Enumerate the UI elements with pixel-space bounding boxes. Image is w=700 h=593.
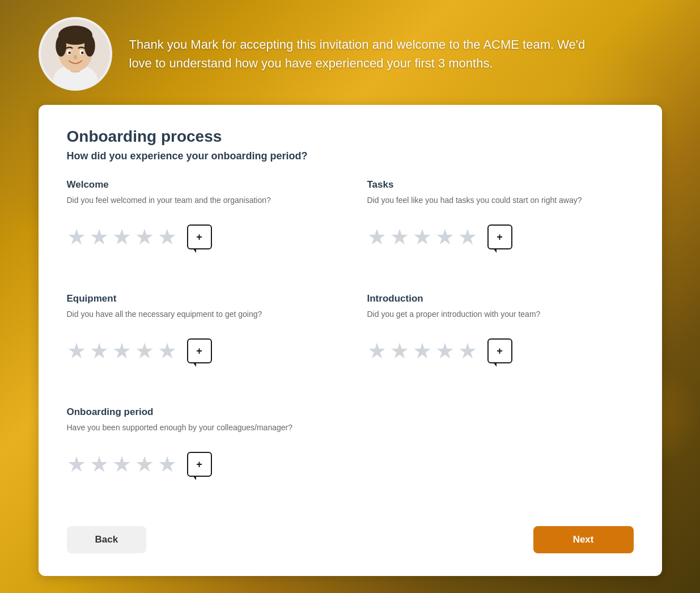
svg-point-6: [84, 35, 95, 57]
svg-point-11: [74, 55, 77, 60]
star-introduction-3[interactable]: ★: [413, 340, 432, 362]
page-container: Thank you Mark for accepting this invita…: [0, 0, 700, 593]
star-onboarding-3[interactable]: ★: [112, 454, 131, 475]
comment-plus-icon-onboarding: +: [196, 459, 202, 469]
star-welcome-4[interactable]: ★: [135, 226, 154, 248]
star-introduction-4[interactable]: ★: [435, 340, 455, 362]
question-onboarding-period: Onboarding period Have you been supporte…: [67, 406, 333, 503]
star-equipment-5[interactable]: ★: [158, 340, 177, 362]
next-button[interactable]: Next: [533, 526, 634, 553]
star-tasks-4[interactable]: ★: [435, 226, 455, 248]
star-onboarding-4[interactable]: ★: [135, 454, 154, 475]
question-onboarding-label: Onboarding period: [67, 406, 333, 418]
question-equipment-desc: Did you have all the necessary equipment…: [67, 309, 333, 331]
card-subtitle: How did you experience your onboarding p…: [67, 150, 634, 162]
svg-point-5: [56, 35, 66, 57]
star-welcome-1[interactable]: ★: [67, 226, 86, 248]
stars-equipment: ★ ★ ★ ★ ★: [67, 340, 177, 362]
star-tasks-3[interactable]: ★: [413, 226, 432, 248]
stars-introduction: ★ ★ ★ ★ ★: [367, 340, 477, 362]
star-onboarding-1[interactable]: ★: [67, 454, 86, 475]
star-introduction-1[interactable]: ★: [367, 340, 387, 362]
card-footer: Back Next: [67, 520, 634, 553]
comment-plus-icon-tasks: +: [497, 232, 503, 242]
questions-grid: Welcome Did you feel welcomed in your te…: [67, 179, 634, 503]
stars-row-equipment: ★ ★ ★ ★ ★ +: [67, 338, 333, 363]
stars-tasks: ★ ★ ★ ★ ★: [367, 226, 477, 248]
question-welcome: Welcome Did you feel welcomed in your te…: [67, 179, 333, 276]
svg-point-9: [68, 52, 71, 54]
star-introduction-5[interactable]: ★: [458, 340, 477, 362]
star-equipment-2[interactable]: ★: [90, 340, 109, 362]
star-equipment-4[interactable]: ★: [135, 340, 154, 362]
star-welcome-3[interactable]: ★: [112, 226, 131, 248]
svg-point-10: [80, 52, 83, 54]
question-tasks: Tasks Did you feel like you had tasks yo…: [367, 179, 634, 276]
question-tasks-desc: Did you feel like you had tasks you coul…: [367, 195, 634, 217]
comment-plus-icon-introduction: +: [497, 346, 503, 356]
question-tasks-label: Tasks: [367, 179, 634, 190]
question-equipment-label: Equipment: [67, 293, 333, 304]
question-introduction-desc: Did you get a proper introduction with y…: [367, 309, 634, 331]
comment-btn-onboarding[interactable]: +: [187, 452, 212, 477]
comment-plus-icon-welcome: +: [196, 232, 202, 242]
comment-btn-equipment[interactable]: +: [187, 338, 212, 363]
star-onboarding-5[interactable]: ★: [158, 454, 177, 475]
survey-card: Onboarding process How did you experienc…: [39, 105, 662, 576]
star-tasks-2[interactable]: ★: [390, 226, 409, 248]
star-equipment-1[interactable]: ★: [67, 340, 86, 362]
star-equipment-3[interactable]: ★: [112, 340, 131, 362]
comment-btn-tasks[interactable]: +: [487, 225, 512, 249]
question-equipment: Equipment Did you have all the necessary…: [67, 293, 333, 390]
question-introduction-label: Introduction: [367, 293, 634, 304]
star-welcome-5[interactable]: ★: [158, 226, 177, 248]
stars-welcome: ★ ★ ★ ★ ★: [67, 226, 177, 248]
card-title: Onboarding process: [67, 128, 634, 146]
question-welcome-desc: Did you feel welcomed in your team and t…: [67, 195, 333, 217]
stars-onboarding: ★ ★ ★ ★ ★: [67, 454, 177, 475]
star-tasks-5[interactable]: ★: [458, 226, 477, 248]
stars-row-onboarding: ★ ★ ★ ★ ★ +: [67, 452, 333, 477]
comment-btn-introduction[interactable]: +: [487, 338, 512, 363]
question-introduction: Introduction Did you get a proper introd…: [367, 293, 634, 390]
question-onboarding-desc: Have you been supported enough by your c…: [67, 422, 333, 444]
star-tasks-1[interactable]: ★: [367, 226, 387, 248]
star-introduction-2[interactable]: ★: [390, 340, 409, 362]
header-welcome-text: Thank you Mark for accepting this invita…: [129, 35, 611, 73]
star-onboarding-2[interactable]: ★: [90, 454, 109, 475]
stars-row-welcome: ★ ★ ★ ★ ★ +: [67, 225, 333, 249]
question-welcome-label: Welcome: [67, 179, 333, 190]
stars-row-introduction: ★ ★ ★ ★ ★ +: [367, 338, 634, 363]
comment-btn-welcome[interactable]: +: [187, 225, 212, 249]
avatar: [39, 17, 112, 91]
stars-row-tasks: ★ ★ ★ ★ ★ +: [367, 225, 634, 249]
comment-plus-icon-equipment: +: [196, 346, 202, 356]
back-button[interactable]: Back: [67, 526, 147, 553]
star-welcome-2[interactable]: ★: [90, 226, 109, 248]
header-section: Thank you Mark for accepting this invita…: [39, 17, 662, 91]
